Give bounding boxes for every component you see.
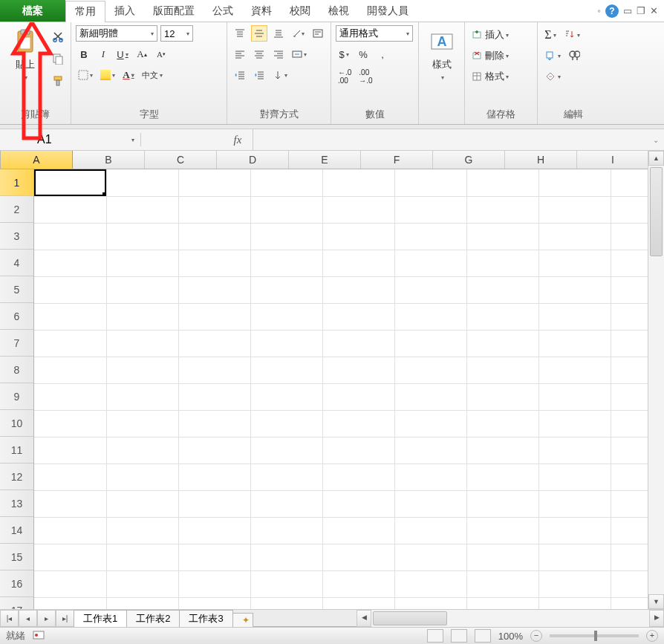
- underline-button[interactable]: U: [114, 46, 131, 62]
- row-header-11[interactable]: 11: [0, 437, 33, 464]
- font-size-select[interactable]: 12▾: [160, 25, 193, 42]
- phonetic-button[interactable]: 中文: [140, 67, 165, 83]
- autosum-button[interactable]: Σ: [542, 27, 559, 43]
- align-right-button[interactable]: [270, 46, 287, 62]
- sheet-nav-first[interactable]: |◂: [0, 610, 19, 627]
- view-page-break-button[interactable]: [475, 629, 491, 643]
- window-restore-icon[interactable]: ❐: [637, 5, 645, 16]
- zoom-in-button[interactable]: +: [646, 630, 658, 642]
- sheet-tab-2[interactable]: 工作表2: [126, 610, 180, 627]
- fill-color-button[interactable]: [98, 67, 117, 83]
- column-header-C[interactable]: C: [145, 151, 217, 169]
- column-header-D[interactable]: D: [217, 151, 289, 169]
- delete-cells-button[interactable]: 刪除: [469, 48, 533, 64]
- italic-button[interactable]: I: [95, 46, 111, 62]
- scroll-up-button[interactable]: ▲: [648, 151, 664, 166]
- new-sheet-button[interactable]: ✦: [232, 613, 253, 627]
- merge-center-button[interactable]: [290, 46, 309, 62]
- zoom-level[interactable]: 100%: [498, 631, 523, 642]
- sheet-tab-1[interactable]: 工作表1: [74, 610, 127, 627]
- align-middle-button[interactable]: [251, 25, 267, 42]
- column-header-G[interactable]: G: [433, 151, 505, 169]
- fill-button[interactable]: [542, 48, 563, 64]
- align-bottom-button[interactable]: [270, 25, 287, 42]
- bold-button[interactable]: B: [76, 46, 92, 62]
- ribbon-minimize-icon[interactable]: ◦: [597, 5, 601, 16]
- row-header-13[interactable]: 13: [0, 490, 33, 517]
- tab-data[interactable]: 資料: [242, 0, 281, 22]
- cell-styles-button[interactable]: A 樣式: [423, 25, 460, 83]
- increase-indent-button[interactable]: [251, 67, 267, 83]
- row-header-7[interactable]: 7: [0, 330, 33, 357]
- format-cells-button[interactable]: 格式: [469, 68, 533, 85]
- scroll-right-button[interactable]: ▶: [649, 610, 664, 627]
- tab-insert[interactable]: 插入: [105, 0, 144, 22]
- tab-review[interactable]: 校閱: [281, 0, 319, 22]
- wrap-text-button[interactable]: [310, 25, 326, 42]
- row-header-2[interactable]: 2: [0, 196, 33, 223]
- tab-formulas[interactable]: 公式: [204, 0, 242, 22]
- decrease-indent-button[interactable]: [232, 67, 248, 83]
- horizontal-scrollbar[interactable]: ◀ ▶: [357, 610, 664, 627]
- formula-input[interactable]: [253, 129, 648, 150]
- window-minimize-icon[interactable]: ▭: [623, 5, 632, 16]
- shrink-font-button[interactable]: A▾: [153, 46, 169, 62]
- font-name-select[interactable]: 新細明體▾: [76, 25, 157, 42]
- tab-file[interactable]: 檔案: [0, 0, 65, 22]
- align-left-button[interactable]: [232, 46, 248, 62]
- formula-bar-expand[interactable]: ⌄: [648, 136, 664, 144]
- clear-button[interactable]: [542, 68, 563, 85]
- row-header-15[interactable]: 15: [0, 544, 33, 570]
- scroll-down-button[interactable]: ▼: [648, 594, 664, 609]
- font-color-button[interactable]: A: [120, 67, 137, 83]
- column-header-A[interactable]: A: [1, 151, 73, 169]
- row-header-5[interactable]: 5: [0, 276, 33, 303]
- macro-record-icon[interactable]: [33, 630, 45, 643]
- row-header-14[interactable]: 14: [0, 517, 33, 544]
- align-center-button[interactable]: [251, 46, 267, 62]
- name-box[interactable]: A1▾: [0, 133, 141, 146]
- increase-decimal-button[interactable]: ←.0.00: [336, 67, 354, 86]
- format-painter-icon[interactable]: [50, 73, 66, 89]
- vscroll-thumb[interactable]: [650, 167, 663, 256]
- view-page-layout-button[interactable]: [451, 629, 467, 643]
- help-icon[interactable]: ?: [605, 4, 619, 18]
- cells-area[interactable]: [34, 169, 648, 609]
- insert-cells-button[interactable]: 插入: [469, 27, 533, 43]
- accounting-button[interactable]: $: [336, 46, 352, 62]
- row-header-1[interactable]: 1: [0, 169, 33, 196]
- paste-button[interactable]: 貼上: [4, 25, 45, 83]
- text-direction-button[interactable]: [270, 67, 290, 83]
- row-header-3[interactable]: 3: [0, 223, 33, 250]
- orientation-button[interactable]: [290, 25, 307, 42]
- sheet-tab-3[interactable]: 工作表3: [179, 610, 232, 627]
- tab-view[interactable]: 檢視: [319, 0, 358, 22]
- comma-button[interactable]: ,: [374, 46, 391, 62]
- scroll-left-button[interactable]: ◀: [357, 610, 371, 627]
- sheet-nav-last[interactable]: ▸|: [56, 610, 74, 627]
- find-select-button[interactable]: [566, 48, 582, 64]
- border-button[interactable]: [76, 67, 95, 83]
- row-header-16[interactable]: 16: [0, 570, 33, 597]
- tab-home[interactable]: 常用: [65, 1, 105, 22]
- row-header-9[interactable]: 9: [0, 383, 33, 410]
- row-header-6[interactable]: 6: [0, 303, 33, 330]
- fx-icon[interactable]: fx: [223, 134, 253, 146]
- column-header-B[interactable]: B: [73, 151, 145, 169]
- vertical-scrollbar[interactable]: ▲ ▼: [648, 151, 664, 609]
- column-header-I[interactable]: I: [577, 151, 648, 169]
- column-header-F[interactable]: F: [361, 151, 433, 169]
- align-top-button[interactable]: [232, 25, 248, 42]
- column-header-E[interactable]: E: [289, 151, 361, 169]
- sheet-nav-next[interactable]: ▸: [37, 610, 56, 627]
- row-header-17[interactable]: 17: [0, 597, 33, 609]
- tab-page-layout[interactable]: 版面配置: [144, 0, 204, 22]
- tab-developer[interactable]: 開發人員: [358, 0, 417, 22]
- zoom-slider[interactable]: [550, 634, 639, 637]
- zoom-out-button[interactable]: −: [530, 630, 542, 642]
- decrease-decimal-button[interactable]: .00→.0: [357, 67, 374, 86]
- copy-icon[interactable]: [50, 51, 66, 67]
- number-format-select[interactable]: 通用格式▾: [336, 25, 413, 42]
- sort-filter-button[interactable]: [562, 27, 582, 43]
- percent-button[interactable]: %: [355, 46, 371, 62]
